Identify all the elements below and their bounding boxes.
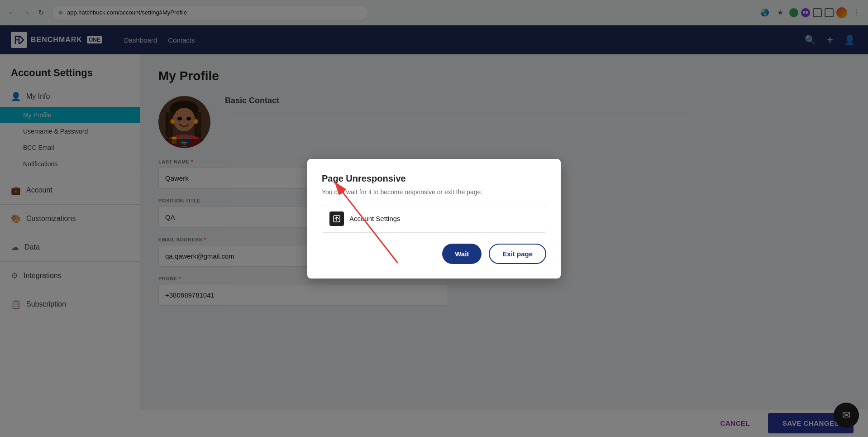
modal-buttons: Wait Exit page [322, 244, 546, 264]
modal-title: Page Unresponsive [322, 173, 546, 184]
modal-overlay: Page Unresponsive You can wait for it to… [0, 0, 868, 437]
modal-dialog: Page Unresponsive You can wait for it to… [307, 159, 561, 279]
exit-page-button[interactable]: Exit page [489, 244, 546, 264]
modal-subtitle: You can wait for it to become responsive… [322, 188, 546, 196]
modal-tab-label: Account Settings [349, 215, 401, 222]
modal-tab-item: Account Settings [322, 205, 546, 233]
wait-button[interactable]: Wait [442, 244, 482, 264]
modal-tab-icon [329, 211, 344, 226]
